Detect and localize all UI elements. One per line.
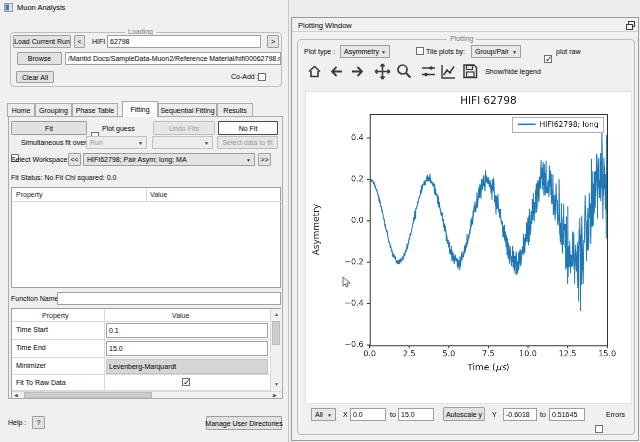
next-run-button[interactable]: > xyxy=(267,35,279,48)
time-end-input[interactable]: 15.0 xyxy=(106,341,268,356)
workspace-dropdown[interactable]: HIFI62798; Pair Asym; long; MA ▼ xyxy=(83,153,255,166)
toolbar-back-button[interactable] xyxy=(329,64,344,79)
plot-type-value: Asymmetry xyxy=(344,48,379,55)
plotting-group-label: Plotting xyxy=(447,35,476,42)
plot-raw-checkbox[interactable] xyxy=(544,55,552,63)
plotting-window: Plotting Window Plotting Plot type : Asy… xyxy=(291,17,639,441)
line-chart-icon xyxy=(440,63,457,80)
time-start-input[interactable]: 0.1 xyxy=(106,323,268,338)
manage-user-directories-button[interactable]: Manage User Directories xyxy=(206,416,282,430)
x-max-input[interactable]: 15.0 xyxy=(398,408,434,421)
settings-horizontal-scrollbar[interactable]: ◀ ▶ xyxy=(12,391,281,398)
scrollbar-thumb[interactable] xyxy=(272,321,280,345)
tab-sequential-fitting[interactable]: Sequential Fitting xyxy=(158,103,217,117)
tab-fitting[interactable]: Fitting xyxy=(122,101,158,117)
tile-by-value: Group/Pair xyxy=(475,48,509,55)
file-path-field[interactable]: /Mantid Docs/SampleData-Muon2/Reference … xyxy=(65,52,281,65)
scroll-up-icon[interactable]: ▲ xyxy=(274,312,279,317)
clear-all-button[interactable]: Clear All xyxy=(16,71,54,83)
plot-type-dropdown[interactable]: Asymmetry ▼ xyxy=(340,45,390,58)
toolbar-forward-button[interactable] xyxy=(350,64,365,79)
select-data-to-fit-button[interactable]: Select data to fit xyxy=(217,136,278,149)
scroll-right-icon[interactable]: ▶ xyxy=(273,393,277,398)
settings-row-property: Fit To Raw Data xyxy=(16,379,66,386)
simultaneous-fit-label: Simultaneous fit over xyxy=(21,139,86,146)
magnifier-icon xyxy=(396,63,412,79)
to-label: to xyxy=(540,411,546,418)
x-min-input[interactable]: 0.0 xyxy=(350,408,386,421)
tab-phase-table[interactable]: Phase Table xyxy=(72,103,118,117)
scrollbar-thumb[interactable] xyxy=(24,392,152,398)
settings-header-property: Property xyxy=(42,312,68,319)
tile-by-dropdown[interactable]: Group/Pair ▼ xyxy=(471,45,521,58)
errors-checkbox[interactable] xyxy=(595,425,603,433)
select-workspace-label: Select Workspace xyxy=(11,156,67,163)
minimizer-dropdown[interactable]: Levenberg-Marquardt xyxy=(106,359,268,374)
errors-label: Errors xyxy=(606,411,625,418)
previous-run-button[interactable]: < xyxy=(74,35,85,48)
toolbar-zoom-button[interactable] xyxy=(396,63,412,79)
loading-group-label: Loading xyxy=(125,28,156,35)
arrow-left-icon xyxy=(329,64,344,79)
fit-to-raw-data-checkbox[interactable] xyxy=(182,378,190,386)
plot-canvas[interactable] xyxy=(305,91,632,404)
tile-plots-checkbox[interactable] xyxy=(416,47,424,55)
row-divider xyxy=(12,374,270,375)
y-max-input[interactable]: 0.51645 xyxy=(549,408,585,421)
browse-button[interactable]: Browse xyxy=(17,52,62,65)
curve-scope-dropdown[interactable]: All ▼ xyxy=(311,408,336,421)
save-icon xyxy=(462,63,478,79)
show-hide-legend-button[interactable]: Show/hide legend xyxy=(482,64,544,78)
y-min-input[interactable]: -0.6018 xyxy=(503,408,537,421)
window-title: Muon Analysis xyxy=(17,3,65,12)
function-name-input[interactable] xyxy=(57,292,281,305)
no-fit-button[interactable]: No Fit xyxy=(218,121,278,135)
app-icon xyxy=(4,3,13,12)
toolbar-home-button[interactable] xyxy=(307,64,322,79)
scroll-left-icon[interactable]: ◀ xyxy=(14,393,18,398)
run-number-input[interactable]: 62798 xyxy=(107,35,261,48)
chevron-down-icon: ▼ xyxy=(512,49,517,55)
plot-type-label: Plot type : xyxy=(304,48,335,55)
co-add-label: Co-Add : xyxy=(231,73,259,80)
pan-icon xyxy=(374,63,391,80)
plot-guess-label: Plot guess xyxy=(102,125,135,132)
toolbar-subplots-button[interactable] xyxy=(421,64,436,79)
tab-home[interactable]: Home xyxy=(7,103,35,117)
fit-over-dropdown[interactable]: Run ▼ xyxy=(86,136,147,149)
home-icon xyxy=(307,64,322,79)
help-button[interactable]: ? xyxy=(32,416,45,429)
settings-row-property: Time End xyxy=(16,344,46,351)
muon-analysis-window: Muon Analysis Loading Load Current Run <… xyxy=(0,0,289,442)
arrow-right-icon xyxy=(350,64,365,79)
settings-row-property: Minimizer xyxy=(16,362,46,369)
float-window-icon[interactable] xyxy=(626,21,635,30)
function-name-label: Function Name xyxy=(11,295,58,302)
toolbar-pan-button[interactable] xyxy=(374,63,391,80)
tile-plots-label: Tile plots by: xyxy=(426,48,465,55)
settings-vertical-scrollbar[interactable]: ▲ ▼ xyxy=(270,309,281,391)
chevron-down-icon: ▼ xyxy=(327,412,332,418)
next-workspace-button[interactable]: >> xyxy=(258,153,271,166)
fit-button[interactable]: Fit xyxy=(11,121,87,135)
scroll-down-icon[interactable]: ▼ xyxy=(274,382,279,387)
row-divider xyxy=(12,339,270,340)
autoscale-y-button[interactable]: Autoscale y xyxy=(443,407,485,421)
fit-table-header-property: Property xyxy=(16,191,42,198)
co-add-checkbox[interactable] xyxy=(258,73,266,81)
row-divider xyxy=(12,357,270,358)
toolbar-save-button[interactable] xyxy=(462,63,478,79)
tab-grouping[interactable]: Grouping xyxy=(35,103,72,117)
chevron-down-icon: ▼ xyxy=(381,49,386,55)
previous-workspace-button[interactable]: << xyxy=(68,153,81,166)
tab-results[interactable]: Results xyxy=(217,103,253,117)
fit-over-secondary-dropdown[interactable]: ▼ xyxy=(152,136,213,149)
fit-status-text: Fit Status: No Fit Chi squared: 0.0 xyxy=(11,174,116,181)
chevron-down-icon: ▼ xyxy=(246,157,251,163)
titlebar-divider xyxy=(292,31,638,32)
toolbar-customize-button[interactable] xyxy=(440,63,457,80)
undo-fits-button[interactable]: Undo Fits xyxy=(153,121,215,135)
load-current-run-button[interactable]: Load Current Run xyxy=(13,35,71,48)
to-label: to xyxy=(390,411,396,418)
instrument-label: HIFI xyxy=(92,38,105,45)
